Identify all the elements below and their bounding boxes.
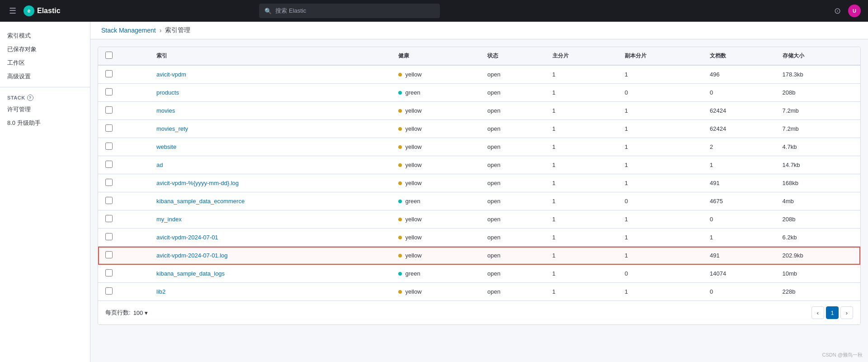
row-docs: 496: [703, 65, 775, 84]
chevron-down-icon: ▾: [145, 310, 148, 316]
sidebar-item-license[interactable]: 许可管理: [0, 103, 90, 116]
index-name-link[interactable]: avicit-vpdm-2024-07-01.log: [156, 252, 228, 259]
row-docs: 1: [703, 229, 775, 247]
col-health[interactable]: 健康: [391, 47, 480, 65]
index-name-link[interactable]: movies_rety: [156, 125, 188, 132]
row-docs: 0: [703, 283, 775, 301]
row-checkbox-cell: [98, 210, 149, 229]
row-checkbox-cell: [98, 120, 149, 138]
row-select-checkbox[interactable]: [105, 161, 113, 168]
col-size[interactable]: 存储大小: [775, 47, 860, 65]
row-select-checkbox[interactable]: [105, 269, 113, 276]
select-all-checkbox[interactable]: [105, 52, 113, 59]
sidebar-item-index-pattern[interactable]: 索引模式: [0, 29, 90, 43]
col-primary[interactable]: 主分片: [545, 47, 618, 65]
sidebar-item-upgrade-assistant[interactable]: 8.0 升级助手: [0, 116, 90, 130]
table-row: my_index yellow open 1 1 0 208b: [98, 210, 860, 229]
row-index-name: ad: [149, 156, 391, 174]
index-table: 索引 健康 状态 主分片 副本分片 文档数 存储大小 avicit-vpdm: [98, 47, 860, 300]
index-name-link[interactable]: ad: [156, 162, 163, 168]
index-name-link[interactable]: avicit-vpdm-2024-07-01: [156, 234, 218, 241]
user-avatar[interactable]: U: [848, 5, 861, 17]
stack-help-icon[interactable]: ?: [27, 95, 33, 101]
global-search-bar[interactable]: 🔍 搜索 Elastic: [259, 4, 440, 18]
page-1-button[interactable]: 1: [826, 306, 839, 319]
index-name-link[interactable]: products: [156, 89, 179, 96]
help-button[interactable]: ⊙: [832, 4, 843, 18]
col-index[interactable]: 索引: [149, 47, 391, 65]
row-select-checkbox[interactable]: [105, 143, 113, 150]
row-select-checkbox[interactable]: [105, 215, 113, 222]
col-docs[interactable]: 文档数: [703, 47, 775, 65]
row-size: 168kb: [775, 174, 860, 192]
row-docs: 14074: [703, 265, 775, 283]
table-row: kibana_sample_data_logs green open 1 0 1…: [98, 265, 860, 283]
row-status: open: [480, 156, 545, 174]
table-row: avicit-vpdm-2024-07-01.log yellow open 1…: [98, 247, 860, 265]
row-primary: 1: [545, 283, 618, 301]
main-layout: 索引模式 已保存对象 工作区 高级设置 Stack ? 许可管理 8.0 升级助…: [0, 22, 868, 362]
index-name-link[interactable]: avicit-vpdm-%{yyyy-mm-dd}.log: [156, 180, 239, 186]
row-select-checkbox[interactable]: [105, 287, 113, 295]
health-dot: [398, 272, 402, 276]
row-replica: 1: [618, 210, 703, 229]
index-name-link[interactable]: website: [156, 143, 176, 150]
row-health: green: [391, 84, 480, 102]
health-dot: [398, 73, 402, 76]
row-select-checkbox[interactable]: [105, 197, 113, 204]
row-select-checkbox[interactable]: [105, 124, 113, 132]
health-dot: [398, 290, 402, 294]
row-checkbox-cell: [98, 265, 149, 283]
row-select-checkbox[interactable]: [105, 106, 113, 114]
per-page-dropdown[interactable]: 100 ▾: [133, 310, 148, 316]
col-status[interactable]: 状态: [480, 47, 545, 65]
row-select-checkbox[interactable]: [105, 179, 113, 186]
top-navigation: ☰ e Elastic 🔍 搜索 Elastic ⊙ U: [0, 0, 868, 22]
col-replica[interactable]: 副本分片: [618, 47, 703, 65]
row-size: 4mb: [775, 192, 860, 210]
index-name-link[interactable]: avicit-vpdm: [156, 71, 186, 78]
sidebar-item-saved-objects[interactable]: 已保存对象: [0, 43, 90, 56]
per-page-selector: 每页行数: 100 ▾: [105, 309, 148, 317]
row-primary: 1: [545, 265, 618, 283]
row-select-checkbox[interactable]: [105, 251, 113, 258]
row-health: yellow: [391, 283, 480, 301]
row-select-checkbox[interactable]: [105, 233, 113, 240]
row-select-checkbox[interactable]: [105, 88, 113, 95]
top-nav-right: ⊙ U: [832, 4, 861, 18]
breadcrumb-stack-management[interactable]: Stack Management: [101, 27, 156, 34]
table-row: products green open 1 0 0 208b: [98, 84, 860, 102]
per-page-value: 100: [133, 310, 143, 316]
table-row: lib2 yellow open 1 1 0 228b: [98, 283, 860, 301]
next-page-button[interactable]: ›: [840, 306, 853, 319]
health-label: green: [406, 198, 420, 205]
index-name-link[interactable]: lib2: [156, 288, 165, 295]
row-primary: 1: [545, 174, 618, 192]
table-row: avicit-vpdm-2024-07-01 yellow open 1 1 1…: [98, 229, 860, 247]
row-index-name: movies_rety: [149, 120, 391, 138]
search-placeholder: 搜索 Elastic: [275, 7, 306, 15]
row-health: yellow: [391, 210, 480, 229]
row-docs: 4675: [703, 192, 775, 210]
row-size: 208b: [775, 84, 860, 102]
row-docs: 0: [703, 210, 775, 229]
sidebar-item-workspace[interactable]: 工作区: [0, 56, 90, 70]
table-body: avicit-vpdm yellow open 1 1 496 178.3kb …: [98, 65, 860, 300]
row-select-checkbox[interactable]: [105, 70, 113, 77]
sidebar-item-advanced-settings[interactable]: 高级设置: [0, 70, 90, 83]
row-size: 208b: [775, 210, 860, 229]
index-name-link[interactable]: my_index: [156, 216, 182, 223]
health-label: yellow: [406, 125, 422, 132]
hamburger-menu-button[interactable]: ☰: [7, 4, 18, 18]
row-checkbox-cell: [98, 65, 149, 84]
health-dot: [398, 145, 402, 149]
index-name-link[interactable]: movies: [156, 107, 175, 114]
health-label: yellow: [406, 216, 422, 223]
index-name-link[interactable]: kibana_sample_data_logs: [156, 270, 225, 277]
row-replica: 1: [618, 65, 703, 84]
prev-page-button[interactable]: ‹: [811, 306, 824, 319]
health-dot: [398, 91, 402, 95]
index-name-link[interactable]: kibana_sample_data_ecommerce: [156, 198, 245, 205]
row-docs: 1: [703, 156, 775, 174]
row-replica: 1: [618, 102, 703, 120]
